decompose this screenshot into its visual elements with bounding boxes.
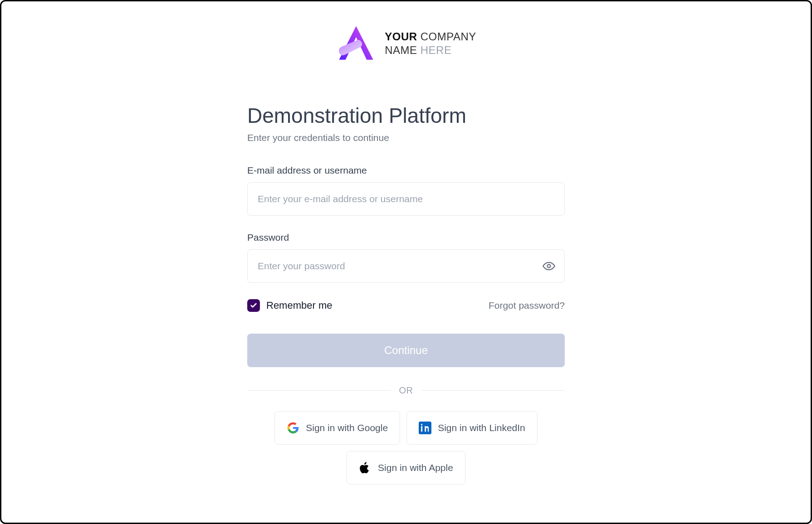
logo-line2-grey: HERE bbox=[417, 44, 452, 56]
linkedin-button-label: Sign in with LinkedIn bbox=[438, 422, 525, 433]
sign-in-apple-button[interactable]: Sign in with Apple bbox=[347, 451, 465, 485]
continue-button[interactable]: Continue bbox=[247, 334, 565, 367]
or-divider: OR bbox=[247, 385, 565, 396]
divider-line bbox=[247, 390, 391, 391]
login-form: Demonstration Platform Enter your creden… bbox=[247, 103, 565, 491]
forgot-password-link[interactable]: Forgot password? bbox=[489, 300, 565, 311]
logo-line2-dark: NAME bbox=[385, 44, 417, 56]
divider-text: OR bbox=[399, 385, 413, 396]
apple-button-label: Sign in with Apple bbox=[378, 462, 453, 473]
divider-line bbox=[421, 390, 565, 391]
google-button-label: Sign in with Google bbox=[306, 422, 388, 433]
linkedin-icon bbox=[419, 422, 431, 434]
apple-icon bbox=[359, 461, 372, 474]
google-icon bbox=[287, 422, 299, 434]
page-title: Demonstration Platform bbox=[247, 103, 565, 128]
email-label: E-mail address or username bbox=[247, 165, 565, 176]
logo-line1-light: COMPANY bbox=[417, 30, 476, 43]
logo-header: YOUR COMPANY NAME HERE bbox=[336, 24, 476, 63]
remember-checkbox[interactable] bbox=[247, 299, 260, 312]
logo-line1-bold: YOUR bbox=[385, 30, 417, 43]
company-logo-icon bbox=[336, 24, 377, 63]
svg-point-0 bbox=[548, 265, 551, 268]
sign-in-linkedin-button[interactable]: Sign in with LinkedIn bbox=[406, 411, 538, 445]
email-input[interactable] bbox=[247, 182, 565, 216]
page-subtitle: Enter your credentials to continue bbox=[247, 132, 565, 143]
sign-in-google-button[interactable]: Sign in with Google bbox=[274, 411, 400, 445]
password-label: Password bbox=[247, 232, 565, 243]
password-input[interactable] bbox=[247, 249, 565, 283]
show-password-icon[interactable] bbox=[542, 259, 556, 273]
remember-me[interactable]: Remember me bbox=[247, 299, 332, 312]
company-logo-text: YOUR COMPANY NAME HERE bbox=[385, 30, 476, 57]
remember-label: Remember me bbox=[266, 300, 332, 311]
